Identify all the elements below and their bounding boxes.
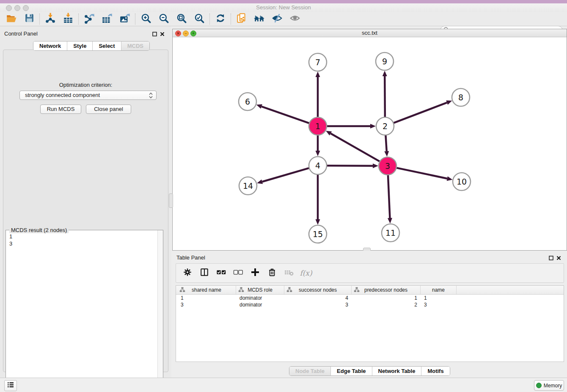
zoom-selected-button[interactable] xyxy=(190,13,208,25)
eye-slash-icon xyxy=(272,13,283,25)
column-header-predecessor-nodes[interactable]: predecessor nodes xyxy=(352,286,421,294)
result-scrollbar[interactable] xyxy=(157,230,163,389)
import-table-button[interactable] xyxy=(59,13,77,25)
task-history-button[interactable] xyxy=(4,380,17,391)
table-cell[interactable]: 4 xyxy=(284,295,352,301)
control-panel-tabs: NetworkStyleSelectMCDS xyxy=(33,41,150,51)
fx-icon: f(x) xyxy=(300,269,312,277)
graph-edge-2-8[interactable] xyxy=(394,102,447,123)
minimize-window-button[interactable] xyxy=(14,5,20,11)
column-header-successor-nodes[interactable]: successor nodes xyxy=(284,286,352,294)
table-cell[interactable]: 3 xyxy=(421,302,457,308)
export-image-button[interactable] xyxy=(116,13,134,25)
column-header-name[interactable]: name xyxy=(421,286,457,294)
refresh-layout-button[interactable] xyxy=(212,13,229,25)
tab-mcds[interactable]: MCDS xyxy=(121,41,149,50)
table-panel-tabs: Node TableEdge TableNetwork TableMotifs xyxy=(289,366,450,376)
refresh-icon xyxy=(215,13,226,25)
memory-button[interactable]: Memory xyxy=(534,380,564,391)
column-header-MCDS-role[interactable]: MCDS role xyxy=(236,286,284,294)
tab-network[interactable]: Network xyxy=(33,41,67,50)
run-mcds-button[interactable]: Run MCDS xyxy=(40,105,81,114)
memory-label: Memory xyxy=(544,383,562,389)
table-row[interactable]: 3dominator323 xyxy=(176,301,564,308)
zoom-window-button[interactable] xyxy=(23,5,29,11)
graph-edge-2-3[interactable] xyxy=(385,135,386,151)
float-panel-icon[interactable] xyxy=(152,30,157,38)
network-canvas[interactable]: 1234678910111415 xyxy=(173,37,567,250)
close-panel-button[interactable]: Close panel xyxy=(86,105,131,114)
table-cell[interactable]: 1 xyxy=(421,295,457,301)
graph-edge-4-14[interactable] xyxy=(262,168,309,182)
tab-style[interactable]: Style xyxy=(67,41,93,50)
graph-edge-4-3[interactable] xyxy=(327,166,373,166)
close-table-panel-icon[interactable] xyxy=(556,254,561,262)
select-all-rows-button[interactable] xyxy=(214,266,228,280)
table-cell[interactable]: 1 xyxy=(352,295,421,301)
show-graphics-details-button[interactable] xyxy=(286,13,304,25)
graph-edge-3-11[interactable] xyxy=(388,175,390,218)
save-session-button[interactable] xyxy=(20,13,38,25)
table-row[interactable]: 1dominator411 xyxy=(176,295,564,301)
table-toolbar: f(x) xyxy=(176,263,564,283)
new-network-from-file-button[interactable] xyxy=(233,13,250,25)
close-window-button[interactable] xyxy=(6,5,12,11)
graph-edge-3-10[interactable] xyxy=(396,168,447,178)
main-toolbar xyxy=(0,12,567,26)
vertical-splitter-handle[interactable] xyxy=(169,193,173,208)
graph-edge-1-6[interactable] xyxy=(261,107,309,124)
criterion-dropdown[interactable]: strongly connected component xyxy=(19,91,157,100)
table-cell[interactable]: 1 xyxy=(177,295,236,301)
column-label: name xyxy=(432,287,445,293)
table-cell[interactable]: 2 xyxy=(352,302,421,308)
tab-node-table[interactable]: Node Table xyxy=(289,367,331,375)
network-view-window: ✕ − + scc.txt 1234678910111415 xyxy=(172,29,567,251)
column-header-shared-name[interactable]: shared name xyxy=(177,286,236,294)
criterion-value: strongly connected component xyxy=(25,92,100,98)
delete-column-button[interactable] xyxy=(265,266,279,280)
deselect-all-rows-button[interactable] xyxy=(231,266,245,280)
network-window-titlebar[interactable]: ✕ − + scc.txt xyxy=(173,29,567,37)
graph-edge-arrowhead xyxy=(373,163,378,168)
zoom-fit-icon xyxy=(176,13,187,25)
import-network-button[interactable] xyxy=(41,13,59,25)
tab-edge-table[interactable]: Edge Table xyxy=(331,367,372,375)
minimize-view-button[interactable]: − xyxy=(183,30,189,36)
table-cell[interactable]: dominator xyxy=(236,302,284,308)
show-all-views-button[interactable] xyxy=(250,13,268,25)
hide-panels-button[interactable] xyxy=(268,13,286,25)
mcds-result-title: MCDS result (2 nodes) xyxy=(9,227,69,233)
zoom-fit-button[interactable] xyxy=(173,13,190,25)
table-rows: 1dominator4113dominator323 xyxy=(176,295,564,308)
graph-node-label: 3 xyxy=(385,161,390,171)
open-session-button[interactable] xyxy=(3,13,20,25)
zoom-out-button[interactable] xyxy=(155,13,173,25)
zoom-in-button[interactable] xyxy=(137,13,155,25)
column-label: shared name xyxy=(192,287,221,293)
table-cell[interactable]: dominator xyxy=(236,295,284,301)
tab-select[interactable]: Select xyxy=(93,41,121,50)
graph-node-label: 15 xyxy=(313,229,323,239)
close-panel-icon[interactable] xyxy=(160,30,165,38)
zoom-selected-icon xyxy=(194,13,205,25)
table-settings-button[interactable] xyxy=(180,266,195,280)
export-table-button[interactable] xyxy=(98,13,116,25)
create-column-button[interactable] xyxy=(248,266,262,280)
show-column-button[interactable] xyxy=(197,266,212,280)
maximize-view-button[interactable]: + xyxy=(190,30,196,36)
close-view-button[interactable]: ✕ xyxy=(175,30,181,36)
tab-network-table[interactable]: Network Table xyxy=(372,367,422,375)
tab-motifs[interactable]: Motifs xyxy=(421,367,449,375)
graph-edge-2-9[interactable] xyxy=(385,76,385,117)
zoom-in-icon xyxy=(140,13,151,25)
plus-icon xyxy=(250,267,260,279)
houses-icon xyxy=(253,13,265,25)
graph-edge-3-1[interactable] xyxy=(330,133,380,161)
control-panel-title: Control Panel xyxy=(4,30,38,37)
table-cell[interactable]: 3 xyxy=(177,302,236,308)
mcds-panel: NetworkStyleSelectMCDS Optimization crit… xyxy=(3,50,168,372)
export-network-button[interactable] xyxy=(80,13,98,25)
float-table-panel-icon[interactable] xyxy=(549,254,553,262)
toolbar-separator xyxy=(135,14,136,25)
table-cell[interactable]: 3 xyxy=(284,302,352,308)
